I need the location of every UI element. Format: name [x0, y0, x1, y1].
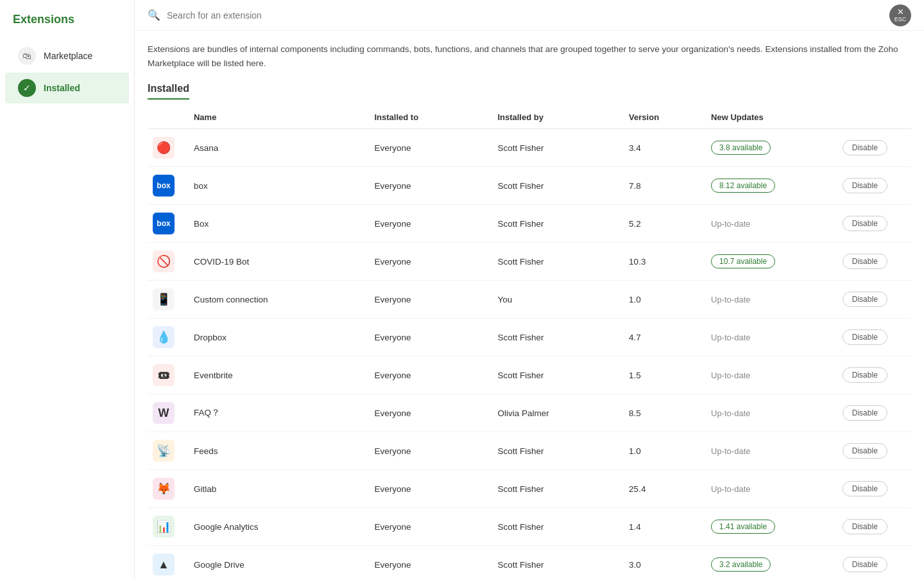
ext-installed-to: Everyone [369, 432, 492, 470]
ext-action-cell: Disable [837, 281, 911, 319]
up-to-date-label: Up-to-date [711, 371, 750, 380]
ext-installed-by: Scott Fisher [492, 508, 624, 546]
esc-button[interactable]: ✕ ESC [889, 4, 911, 26]
ext-update: Up-to-date [706, 205, 837, 243]
ext-installed-to: Everyone [369, 546, 492, 578]
ext-version: 1.0 [624, 281, 706, 319]
ext-installed-by: Scott Fisher [492, 205, 624, 243]
ext-icon: 🔴 [153, 137, 175, 159]
ext-version: 25.4 [624, 470, 706, 508]
ext-name: FAQ？ [189, 394, 370, 432]
ext-update: Up-to-date [706, 319, 837, 356]
search-icon: 🔍 [148, 9, 160, 21]
table-row: 🔴AsanaEveryoneScott Fisher3.43.8 availab… [148, 129, 911, 167]
ext-installed-by: Scott Fisher [492, 470, 624, 508]
ext-installed-to: Everyone [369, 243, 492, 281]
installed-section-heading: Installed [135, 76, 924, 100]
up-to-date-label: Up-to-date [711, 484, 750, 494]
col-version: Version [624, 106, 706, 129]
ext-version: 3.4 [624, 129, 706, 167]
disable-button[interactable]: Disable [843, 140, 887, 155]
search-bar: 🔍 ✕ ESC [135, 0, 924, 31]
disable-button[interactable]: Disable [843, 481, 887, 496]
table-row: 📡FeedsEveryoneScott Fisher1.0Up-to-dateD… [148, 432, 911, 470]
ext-installed-by: Scott Fisher [492, 356, 624, 394]
ext-update: 10.7 available [706, 243, 837, 281]
ext-icon: 📊 [153, 516, 175, 538]
ext-update: Up-to-date [706, 394, 837, 432]
ext-action-cell: Disable [837, 319, 911, 356]
up-to-date-label: Up-to-date [711, 295, 750, 304]
sidebar-item-marketplace-label: Marketplace [44, 51, 92, 61]
update-badge: 3.8 available [711, 141, 771, 155]
ext-installed-to: Everyone [369, 205, 492, 243]
ext-icon-cell: 💧 [148, 319, 189, 356]
ext-icon: 🎟 [153, 364, 175, 386]
disable-button[interactable]: Disable [843, 443, 887, 459]
ext-action-cell: Disable [837, 205, 911, 243]
ext-update: 1.41 available [706, 508, 837, 546]
ext-installed-by: Scott Fisher [492, 319, 624, 356]
ext-update: 3.8 available [706, 129, 837, 167]
ext-icon-cell: ▲ [148, 546, 189, 578]
table-row: 📱Custom connectionEveryoneYou1.0Up-to-da… [148, 281, 911, 319]
ext-action-cell: Disable [837, 394, 911, 432]
up-to-date-label: Up-to-date [711, 446, 750, 456]
col-name: Name [189, 106, 370, 129]
search-input[interactable] [167, 10, 359, 21]
ext-installed-to: Everyone [369, 129, 492, 167]
table-body: 🔴AsanaEveryoneScott Fisher3.43.8 availab… [148, 129, 911, 578]
ext-name: Google Drive [189, 546, 370, 578]
installed-title: Installed [148, 83, 189, 100]
ext-version: 8.5 [624, 394, 706, 432]
disable-button[interactable]: Disable [843, 329, 887, 345]
ext-action-cell: Disable [837, 243, 911, 281]
ext-name: box [189, 167, 370, 205]
ext-icon-cell: 📱 [148, 281, 189, 319]
ext-installed-by: Olivia Palmer [492, 394, 624, 432]
ext-update: Up-to-date [706, 281, 837, 319]
ext-icon-cell: box [148, 205, 189, 243]
ext-name: Gitlab [189, 470, 370, 508]
ext-icon-cell: 📡 [148, 432, 189, 470]
table-row: 🦊GitlabEveryoneScott Fisher25.4Up-to-dat… [148, 470, 911, 508]
ext-installed-to: Everyone [369, 319, 492, 356]
disable-button[interactable]: Disable [843, 254, 887, 269]
table-row: ▲Google DriveEveryoneScott Fisher3.03.2 … [148, 546, 911, 578]
ext-installed-by: Scott Fisher [492, 546, 624, 578]
ext-update: 8.12 available [706, 167, 837, 205]
ext-icon: W [153, 402, 175, 424]
ext-action-cell: Disable [837, 432, 911, 470]
up-to-date-label: Up-to-date [711, 408, 750, 418]
table-row: 💧DropboxEveryoneScott Fisher4.7Up-to-dat… [148, 319, 911, 356]
disable-button[interactable]: Disable [843, 557, 887, 572]
ext-version: 1.5 [624, 356, 706, 394]
ext-update: Up-to-date [706, 356, 837, 394]
ext-version: 3.0 [624, 546, 706, 578]
ext-name: Eventbrite [189, 356, 370, 394]
disable-button[interactable]: Disable [843, 178, 887, 193]
sidebar-item-marketplace[interactable]: 🛍 Marketplace [5, 40, 129, 71]
disable-button[interactable]: Disable [843, 519, 887, 534]
ext-version: 5.2 [624, 205, 706, 243]
ext-action-cell: Disable [837, 470, 911, 508]
ext-installed-by: Scott Fisher [492, 432, 624, 470]
disable-button[interactable]: Disable [843, 292, 887, 307]
ext-name: Google Analytics [189, 508, 370, 546]
ext-icon-cell: W [148, 394, 189, 432]
disable-button[interactable]: Disable [843, 216, 887, 231]
col-installed-to: Installed to [369, 106, 492, 129]
ext-icon: 🦊 [153, 478, 175, 500]
ext-update: 3.2 available [706, 546, 837, 578]
sidebar-item-installed[interactable]: ✓ Installed [5, 73, 129, 103]
disable-button[interactable]: Disable [843, 405, 887, 421]
col-icon [148, 106, 189, 129]
update-badge: 1.41 available [711, 520, 775, 534]
ext-action-cell: Disable [837, 546, 911, 578]
ext-installed-by: Scott Fisher [492, 167, 624, 205]
up-to-date-label: Up-to-date [711, 333, 750, 342]
disable-button[interactable]: Disable [843, 367, 887, 383]
table-row: boxBoxEveryoneScott Fisher5.2Up-to-dateD… [148, 205, 911, 243]
ext-installed-to: Everyone [369, 394, 492, 432]
ext-installed-to: Everyone [369, 508, 492, 546]
